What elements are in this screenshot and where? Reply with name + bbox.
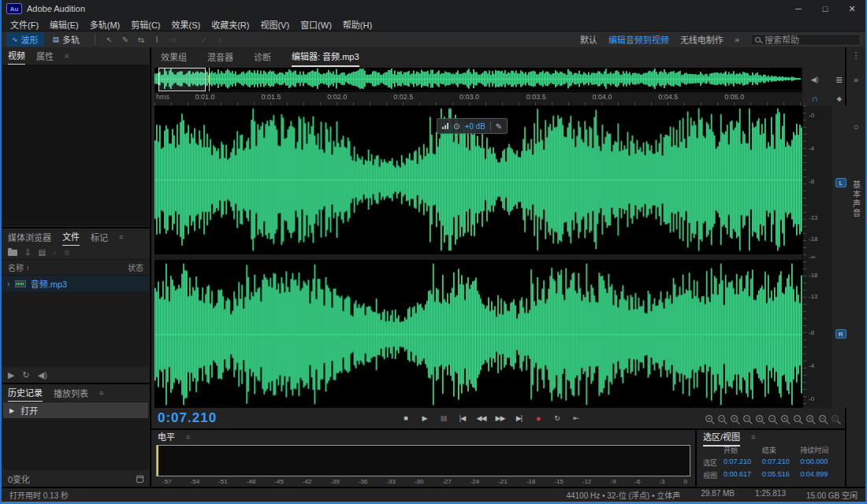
name-column-header[interactable]: 名称: [8, 264, 24, 272]
gain-knob-icon[interactable]: ⊙: [453, 122, 460, 131]
editor-tab-3[interactable]: 编辑器: 音频.mp3: [292, 46, 359, 67]
trash-icon[interactable]: [136, 476, 143, 483]
zoom-to-selection-in-button[interactable]: +: [781, 415, 788, 422]
workspace-2[interactable]: 无线电制作: [680, 33, 724, 46]
panel-menu-icon[interactable]: ≡: [751, 433, 755, 441]
import-file-icon[interactable]: ⇩: [24, 248, 31, 257]
fast-forward-button[interactable]: ▶▶: [493, 414, 508, 422]
help-search-field[interactable]: 搜索帮助: [750, 34, 861, 46]
marker-tool-icon[interactable]: ◆: [837, 95, 842, 102]
preview-play-icon[interactable]: ▶: [8, 370, 14, 380]
amplitude-ruler[interactable]: -0-4-8-13-18-∞-18-13-8-4-0: [802, 106, 832, 408]
dock-options-icon[interactable]: ⋮: [852, 50, 861, 61]
channel-right-waveform[interactable]: [154, 261, 802, 409]
tool-icon-6[interactable]: ∕: [196, 35, 212, 44]
zoom-out-amplitude-button[interactable]: −: [768, 415, 776, 422]
zoom-to-selection-button[interactable]: +: [806, 415, 813, 422]
status-column-header[interactable]: 状态: [128, 261, 143, 273]
zoom-full-button[interactable]: +: [832, 415, 839, 422]
editor-tab-1[interactable]: 混音器: [207, 47, 233, 66]
zoom-out-time-button[interactable]: −: [743, 415, 750, 422]
panel-menu-icon[interactable]: ≡: [119, 233, 123, 241]
files-tab-1[interactable]: 文件: [62, 228, 80, 246]
workspace-1[interactable]: 编辑音频到视频: [608, 33, 669, 46]
zoom-in-time-button[interactable]: +: [731, 415, 738, 422]
editor-tab-0[interactable]: 效果组: [161, 47, 187, 66]
open-file-icon[interactable]: [8, 250, 17, 256]
files-header[interactable]: 名称 ↑ 状态: [2, 259, 150, 276]
video-tab-0[interactable]: 视频: [8, 46, 25, 65]
history-tab-0[interactable]: 历史记录: [8, 384, 43, 402]
overview-playhead[interactable]: [209, 68, 210, 91]
channel-badge-l[interactable]: L: [835, 178, 847, 187]
zoom-out-button[interactable]: −: [718, 415, 725, 422]
video-tab-1[interactable]: 属性: [36, 47, 54, 65]
tool-icon-1[interactable]: ✎: [117, 35, 133, 44]
hud-pin-icon[interactable]: ✎: [490, 122, 502, 131]
channel-badge-r[interactable]: R: [835, 329, 847, 339]
expand-dock-icon[interactable]: »: [854, 75, 858, 84]
monitor-speaker-icon[interactable]: ◀): [811, 76, 819, 83]
menu-item-4[interactable]: 效果(S): [166, 18, 207, 31]
files-tab-2[interactable]: 标记: [91, 228, 108, 246]
preview-loop-icon[interactable]: ↻: [22, 370, 29, 380]
multitrack-mode-button[interactable]: ▤ 多轨: [47, 32, 86, 46]
time-ruler[interactable]: hms 0:01.00:01.50:02.00:02.50:03.00:03.5…: [154, 91, 802, 106]
channel-divider[interactable]: [154, 254, 802, 261]
tool-icon-4[interactable]: ▭: [165, 35, 180, 44]
new-file-icon[interactable]: ▤: [38, 248, 45, 257]
view-range-box[interactable]: [158, 68, 206, 91]
overview-bar[interactable]: [154, 68, 802, 91]
menu-item-2[interactable]: 多轨(M): [84, 18, 126, 31]
zoom-to-selection-out-button[interactable]: −: [794, 415, 801, 422]
current-time-display[interactable]: 0:07.210: [158, 410, 276, 426]
maximize-button[interactable]: □: [812, 0, 839, 17]
menu-item-8[interactable]: 帮助(H): [337, 18, 378, 31]
record-button[interactable]: ●: [531, 413, 545, 423]
sv-duration-0[interactable]: 0:00.000: [800, 458, 839, 468]
stop-button[interactable]: ■: [399, 414, 413, 422]
close-button[interactable]: ✕: [839, 0, 865, 17]
menu-item-6[interactable]: 视图(V): [255, 18, 295, 31]
preview-volume-icon[interactable]: ◀): [38, 370, 47, 380]
workspace-overflow-chevron[interactable]: »: [735, 35, 739, 44]
history-item[interactable]: ▶打开: [3, 402, 148, 418]
waveform-mode-button[interactable]: ∿ 波形: [6, 32, 44, 46]
skip-to-start-button[interactable]: |◀: [456, 414, 470, 422]
tool-icon-2[interactable]: ⇆: [133, 35, 149, 44]
waveform-display[interactable]: ⊙ +0 dB ✎: [154, 106, 802, 408]
essential-sound-icon[interactable]: ○: [854, 122, 859, 132]
menu-item-5[interactable]: 收藏夹(R): [206, 18, 255, 31]
panel-menu-icon[interactable]: ≡: [186, 433, 190, 441]
sv-start-1[interactable]: 0:00.617: [724, 470, 762, 480]
files-tab-0[interactable]: 媒体浏览器: [8, 228, 51, 246]
zoom-in-amplitude-button[interactable]: +: [756, 415, 763, 422]
history-tab-1[interactable]: 播放列表: [54, 384, 88, 402]
menu-item-7[interactable]: 窗口(W): [295, 18, 337, 31]
hud-gain-value[interactable]: +0 dB: [464, 122, 485, 131]
tab-levels[interactable]: 电平: [158, 428, 175, 447]
loop-playback-button[interactable]: ↻: [550, 414, 564, 422]
editor-tab-2[interactable]: 诊断: [254, 47, 271, 66]
rewind-button[interactable]: ◀◀: [474, 414, 489, 422]
tool-icon-0[interactable]: ↖: [102, 35, 117, 44]
panel-menu-icon[interactable]: ≡: [65, 52, 69, 60]
tool-icon-5[interactable]: ◌: [180, 35, 196, 44]
panel-options-icon[interactable]: ≣: [835, 75, 843, 85]
panel-menu-icon[interactable]: ≡: [99, 389, 103, 397]
skip-selection-button[interactable]: ⇤: [569, 414, 583, 422]
collapsed-panel-label[interactable]: 基本声音: [850, 180, 862, 218]
tool-icon-7[interactable]: ≀: [212, 35, 228, 44]
zoom-reset-button[interactable]: −: [819, 415, 826, 422]
snap-icon[interactable]: ∩: [812, 94, 818, 103]
minimize-button[interactable]: ─: [785, 0, 812, 17]
pause-button[interactable]: ▮▮: [437, 414, 451, 422]
workspace-0[interactable]: 默认: [580, 33, 597, 46]
volume-hud[interactable]: ⊙ +0 dB ✎: [437, 118, 508, 134]
sv-end-1[interactable]: 0:05.516: [762, 470, 801, 480]
menu-item-0[interactable]: 文件(F): [5, 18, 44, 31]
tool-icon-3[interactable]: I: [149, 35, 165, 44]
menu-item-3[interactable]: 剪辑(C): [125, 18, 166, 31]
play-button[interactable]: ▶: [418, 414, 432, 422]
skip-to-end-button[interactable]: ▶|: [512, 414, 527, 422]
